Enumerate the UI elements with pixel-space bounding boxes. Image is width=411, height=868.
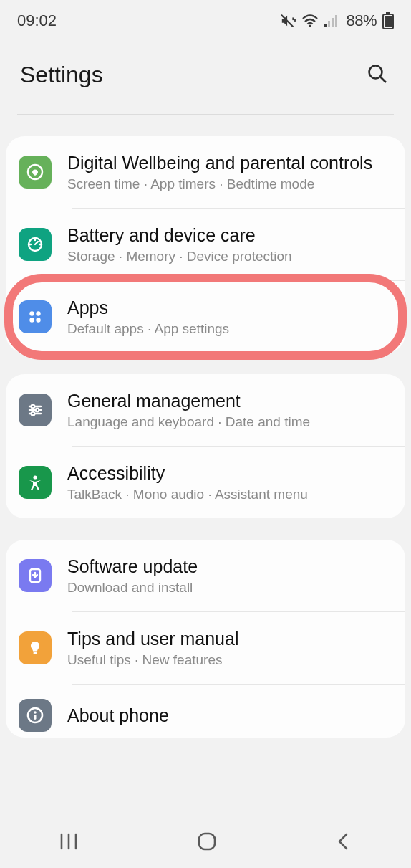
mute-vibrate-icon [280, 14, 296, 28]
row-battery[interactable]: Battery and device care Storage · Memory… [6, 209, 405, 280]
status-time: 09:02 [17, 11, 57, 30]
svg-point-11 [369, 66, 382, 79]
page-header: Settings [0, 42, 411, 114]
general-icon [19, 394, 52, 426]
battery-care-icon [19, 228, 52, 261]
status-bar: 09:02 88% [0, 0, 411, 42]
search-icon [367, 76, 388, 87]
svg-rect-1 [293, 17, 294, 20]
update-icon [19, 559, 52, 592]
svg-point-22 [32, 405, 35, 409]
svg-point-16 [36, 311, 40, 315]
row-subtitle: Download and install [67, 580, 392, 596]
row-text: Software update Download and install [67, 555, 392, 596]
settings-group: Software update Download and install Tip… [6, 540, 405, 738]
row-title: Software update [67, 555, 392, 577]
signal-icon [324, 14, 340, 28]
svg-rect-27 [34, 652, 37, 654]
back-icon [334, 842, 353, 853]
row-text: Digital Wellbeing and parental controls … [67, 152, 392, 192]
row-text: General management Language and keyboard… [67, 390, 392, 430]
row-update[interactable]: Software update Download and install [6, 540, 405, 611]
svg-point-29 [34, 711, 37, 714]
svg-point-23 [36, 409, 39, 412]
wifi-icon [301, 14, 319, 28]
page-title: Settings [20, 62, 103, 88]
svg-rect-30 [34, 715, 37, 720]
row-about[interactable]: About phone [6, 685, 405, 738]
row-title: Digital Wellbeing and parental controls [67, 152, 392, 173]
svg-rect-5 [328, 21, 330, 27]
settings-group: General management Language and keyboard… [6, 374, 405, 518]
svg-rect-6 [332, 18, 334, 27]
svg-rect-2 [295, 19, 296, 22]
row-tips[interactable]: Tips and user manual Useful tips · New f… [6, 612, 405, 684]
row-apps[interactable]: Apps Default apps · App settings [6, 281, 405, 353]
row-text: Accessibility TalkBack · Mono audio · As… [67, 462, 392, 502]
row-subtitle: Default apps · App settings [67, 321, 392, 337]
row-title: Apps [67, 297, 392, 318]
svg-point-3 [309, 24, 311, 27]
row-text: Tips and user manual Useful tips · New f… [67, 628, 392, 668]
home-icon [196, 844, 218, 854]
svg-line-12 [381, 77, 387, 83]
row-subtitle: Screen time · App timers · Bedtime mode [67, 176, 392, 192]
search-button[interactable] [364, 60, 391, 90]
svg-point-15 [29, 311, 34, 315]
row-general[interactable]: General management Language and keyboard… [6, 374, 405, 446]
svg-rect-10 [385, 16, 392, 27]
home-button[interactable] [189, 824, 225, 862]
svg-rect-4 [324, 24, 327, 27]
accessibility-icon [19, 466, 52, 499]
header-divider [17, 114, 394, 115]
battery-icon [382, 12, 394, 29]
svg-point-17 [29, 318, 34, 322]
settings-list: Digital Wellbeing and parental controls … [0, 136, 411, 738]
row-title: General management [67, 390, 392, 411]
row-title: Tips and user manual [67, 628, 392, 649]
row-title: Accessibility [67, 462, 392, 484]
system-nav-bar [0, 816, 411, 868]
row-wellbeing[interactable]: Digital Wellbeing and parental controls … [6, 136, 405, 208]
svg-point-25 [33, 475, 37, 479]
row-title: Battery and device care [67, 224, 392, 246]
about-icon [19, 699, 52, 732]
svg-point-24 [32, 412, 35, 416]
recents-button[interactable] [51, 825, 87, 860]
back-button[interactable] [327, 825, 360, 860]
svg-point-18 [36, 318, 40, 322]
row-subtitle: Language and keyboard · Date and time [67, 414, 392, 430]
row-subtitle: TalkBack · Mono audio · Assistant menu [67, 487, 392, 502]
status-indicators: 88% [280, 11, 394, 30]
row-text: About phone [67, 705, 392, 726]
svg-rect-34 [199, 834, 215, 849]
apps-icon [19, 300, 52, 333]
row-text: Battery and device care Storage · Memory… [67, 224, 392, 264]
tips-icon [19, 631, 52, 664]
row-text: Apps Default apps · App settings [67, 297, 392, 337]
row-accessibility[interactable]: Accessibility TalkBack · Mono audio · As… [6, 447, 405, 518]
row-title: About phone [67, 705, 392, 726]
recents-icon [58, 842, 79, 853]
row-subtitle: Useful tips · New features [67, 652, 392, 668]
wellbeing-icon [19, 156, 52, 189]
row-subtitle: Storage · Memory · Device protection [67, 249, 392, 264]
svg-rect-7 [335, 15, 337, 27]
battery-percent: 88% [346, 11, 377, 30]
settings-group: Digital Wellbeing and parental controls … [6, 136, 405, 353]
